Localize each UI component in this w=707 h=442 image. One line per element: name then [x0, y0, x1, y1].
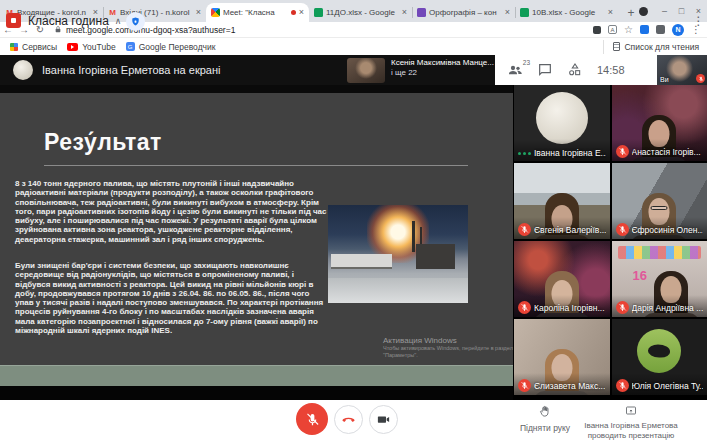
browser-tab[interactable]: Орфографія – кон ×	[412, 3, 515, 22]
extensions-puzzle-icon[interactable]	[656, 25, 665, 34]
participant-tile[interactable]: Юлія Олегівна Ту...	[612, 319, 707, 395]
participant-name: Анастасія Ігорів...	[632, 147, 701, 157]
camera-toggle-button[interactable]	[369, 405, 398, 434]
clock: 14:58	[597, 64, 625, 76]
youtube-icon	[67, 43, 78, 51]
forms-icon	[417, 8, 426, 17]
participant-tile[interactable]: Єфросинія Олен...	[612, 163, 707, 239]
tab-search-icon[interactable]	[639, 7, 648, 16]
tab-close-icon[interactable]: ×	[196, 8, 201, 17]
slide-title-rule	[44, 165, 468, 166]
participant-tile[interactable]: Кароліна Ігорівн...	[514, 241, 610, 317]
meet-icon	[211, 8, 220, 17]
end-call-button[interactable]	[334, 405, 363, 434]
reactor-building	[416, 244, 455, 269]
mic-muted-icon	[616, 379, 629, 392]
participant-name: Єлизавета Макс...	[534, 381, 605, 391]
extension-dark-icon[interactable]	[593, 26, 601, 34]
participant-tile[interactable]: Євгенія Валеріїв...	[514, 163, 610, 239]
mic-muted-icon	[518, 223, 531, 236]
mic-muted-icon	[616, 223, 629, 236]
activities-button[interactable]	[567, 62, 583, 78]
window-maximize-button[interactable]: □	[673, 0, 690, 22]
pinned-participant-thumbnail[interactable]	[347, 58, 385, 83]
end-call-icon	[341, 412, 356, 427]
slide-paragraph: 8 з 140 тонн ядерного палива, що містять…	[15, 179, 327, 244]
pinned-participant-label: Ксенія Максимівна Манце... і ще 22	[391, 58, 494, 78]
camera-icon	[376, 412, 391, 427]
cow-photo	[648, 344, 670, 357]
raise-hand-button[interactable]: Підняти руку	[512, 404, 578, 433]
slide-title: Резу́льтат	[44, 129, 162, 156]
share-top-gap	[0, 85, 513, 93]
reading-list-button[interactable]: Список для чтения	[613, 42, 699, 52]
speaking-indicator-icon	[518, 152, 531, 155]
participants-count: 23	[523, 59, 530, 66]
host-controls-button[interactable]	[126, 12, 145, 31]
chat-button[interactable]	[537, 62, 553, 78]
self-view-tile[interactable]: Ви	[657, 55, 707, 85]
people-icon	[507, 62, 523, 78]
hand-icon	[539, 405, 552, 418]
mic-muted-icon	[616, 301, 629, 314]
share-bottom-gap	[0, 386, 513, 400]
presenter-app-strip	[0, 365, 513, 386]
participant-tile[interactable]: 16 Дарія Андріївна ...	[612, 241, 707, 317]
windows-activation-watermark: Активация Windows Чтобы активировать Win…	[383, 336, 513, 359]
chevron-up-icon: ∧	[115, 16, 122, 26]
more-participants-count: і ще 22	[391, 68, 494, 78]
self-view-label: Ви	[660, 76, 669, 83]
participant-tile[interactable]: Єлизавета Макс...	[514, 319, 610, 395]
reading-list-icon	[613, 42, 620, 51]
bookmark-youtube[interactable]: YouTube	[67, 42, 115, 52]
browser-window: M Входящие - korol.n × M Вхідні (71) - n…	[0, 0, 707, 442]
participant-tile[interactable]: Іванна Ігорівна Е...	[514, 85, 610, 161]
extension-blue-icon[interactable]	[640, 25, 649, 34]
tab-close-icon[interactable]: ×	[299, 8, 304, 17]
new-tab-button[interactable]: +	[622, 4, 640, 22]
bookmark-services[interactable]: Сервисы	[10, 42, 57, 52]
browser-tab[interactable]: 10В.xlsx - Google ×	[515, 3, 618, 22]
translate-page-icon[interactable]: A	[608, 25, 617, 34]
chat-icon	[537, 62, 553, 78]
participant-avatar	[637, 329, 681, 373]
apps-grid-icon	[10, 43, 18, 51]
slide-paragraph: Були знищені бар'єри і системи безпеки, …	[15, 261, 327, 335]
translate-icon: G	[126, 42, 135, 51]
meeting-details-button[interactable]: Класна година ∧	[28, 0, 121, 42]
mic-muted-icon	[696, 74, 705, 83]
participant-avatar	[536, 92, 588, 144]
sheets-icon	[314, 8, 323, 17]
presenter-avatar	[13, 60, 33, 80]
window-minimize-button[interactable]: –	[656, 0, 673, 22]
turbine-hall	[331, 254, 393, 267]
wall-letters	[618, 246, 702, 259]
more-options-button[interactable]: ⋮	[690, 0, 707, 42]
participants-button[interactable]: 23	[507, 62, 523, 78]
chernobyl-photo	[328, 205, 468, 303]
participant-name: Євгенія Валеріїв...	[534, 225, 606, 235]
bookmark-star-icon[interactable]: ☆	[624, 25, 633, 35]
bookmark-translate[interactable]: G Google Переводчик	[126, 42, 216, 52]
participant-name: Єфросинія Олен...	[632, 225, 704, 235]
participant-name: Дарія Андріївна ...	[632, 303, 704, 313]
participant-tile[interactable]: Анастасія Ігорів...	[612, 85, 707, 161]
presenting-banner: Іванна Ігорівна Ерметова на екрані	[42, 55, 220, 85]
mic-muted-icon	[518, 379, 531, 392]
mic-off-icon	[305, 412, 320, 427]
tab-close-icon[interactable]: ×	[505, 8, 510, 17]
tab-close-icon[interactable]: ×	[608, 8, 613, 17]
mic-toggle-button[interactable]	[296, 403, 328, 435]
browser-tab[interactable]: 11ДО.xlsx - Google ×	[309, 3, 412, 22]
presenting-status[interactable]: Іванна Ігорівна Ерметова проводить презе…	[580, 403, 682, 440]
browser-tab-active[interactable]: Meet: "Класна ×	[206, 3, 309, 22]
chimney	[412, 221, 415, 252]
participant-name: Кароліна Ігорівн...	[534, 303, 605, 313]
snow-foreground	[328, 278, 468, 303]
pinned-participant-name: Ксенія Максимівна Манце...	[391, 58, 494, 68]
shield-icon	[130, 16, 141, 27]
presentation-slide: Резу́льтат 8 з 140 тонн ядерного палива,…	[0, 93, 513, 365]
tab-close-icon[interactable]: ×	[402, 8, 407, 17]
glasses	[651, 206, 668, 210]
profile-avatar[interactable]: N	[672, 24, 684, 36]
